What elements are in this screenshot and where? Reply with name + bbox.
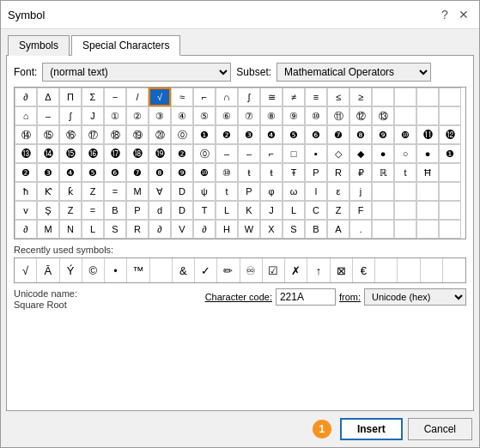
symbol-cell[interactable]: ⓯ [59, 144, 82, 163]
recent-symbol-cell[interactable]: ✏ [217, 258, 240, 282]
symbol-cell[interactable]: ⓪ [171, 125, 193, 144]
symbol-cell[interactable]: ❽ [149, 163, 171, 182]
symbol-cell[interactable]: ❻ [104, 163, 126, 182]
symbol-cell[interactable]: ⑭ [15, 125, 37, 144]
symbol-cell[interactable] [439, 220, 461, 239]
recent-symbol-cell[interactable]: © [82, 258, 105, 282]
symbol-scroll[interactable]: ∂ΔΠΣ−/√≈⌐∩∫≅≠≡≤≥⌂–∫J①②③④⑤⑥⑦⑧⑨⑩⑪⑫⑬⑭⑮⑯⑰⑱⑲⑳… [14, 87, 466, 239]
symbol-cell[interactable] [416, 220, 439, 239]
symbol-cell[interactable]: ◇ [327, 144, 349, 163]
symbol-cell[interactable]: ❹ [59, 163, 82, 182]
symbol-cell[interactable]: j [349, 182, 372, 201]
symbol-cell[interactable]: ⑤ [193, 106, 216, 125]
symbol-cell[interactable]: ❹ [260, 125, 283, 144]
from-label[interactable]: from: [339, 292, 361, 302]
symbol-cell[interactable]: φ [260, 182, 283, 201]
symbol-cell[interactable]: B [305, 220, 327, 239]
symbol-cell[interactable]: J [82, 106, 104, 125]
symbol-cell[interactable]: ⑮ [37, 125, 59, 144]
symbol-cell[interactable]: ❽ [349, 125, 372, 144]
symbol-cell[interactable]: D [171, 182, 193, 201]
symbol-cell[interactable] [372, 88, 394, 106]
symbol-cell[interactable] [439, 163, 461, 182]
symbol-cell[interactable]: ≅ [260, 88, 283, 106]
symbol-cell[interactable]: ❼ [126, 163, 149, 182]
symbol-cell[interactable]: M [37, 220, 59, 239]
symbol-cell[interactable]: L [283, 201, 305, 220]
recent-symbol-cell[interactable]: ⊠ [331, 258, 353, 282]
symbol-cell[interactable]: ❺ [82, 163, 104, 182]
symbol-cell[interactable]: − [104, 88, 126, 106]
recent-symbol-cell[interactable]: ☑ [263, 258, 285, 282]
symbol-cell[interactable]: – [37, 106, 59, 125]
symbol-cell[interactable]: M [126, 182, 149, 201]
symbol-cell[interactable]: S [283, 220, 305, 239]
symbol-cell[interactable]: t [394, 163, 416, 182]
symbol-cell[interactable]: ❾ [372, 125, 394, 144]
symbol-cell[interactable]: – [216, 144, 238, 163]
recent-symbol-cell[interactable]: ♾ [240, 258, 263, 282]
symbol-cell[interactable] [394, 88, 416, 106]
symbol-cell[interactable]: ❷ [15, 163, 37, 182]
symbol-cell[interactable]: ∂ [193, 220, 216, 239]
symbol-cell[interactable]: ❺ [283, 125, 305, 144]
symbol-cell[interactable]: Ş [37, 201, 59, 220]
symbol-cell[interactable] [416, 201, 439, 220]
symbol-cell[interactable]: ∂ [15, 88, 37, 106]
tab-special-characters[interactable]: Special Characters [71, 35, 180, 56]
recent-symbol-cell[interactable] [150, 258, 173, 282]
insert-button[interactable]: Insert [340, 418, 403, 440]
symbol-cell[interactable]: ▪ [305, 144, 327, 163]
symbol-cell[interactable]: B [104, 201, 126, 220]
char-code-input[interactable] [276, 288, 336, 306]
symbol-cell[interactable]: ∫ [238, 88, 260, 106]
symbol-cell[interactable]: ⌂ [15, 106, 37, 125]
symbol-cell[interactable]: ⌐ [260, 144, 283, 163]
symbol-cell[interactable]: ⓰ [82, 144, 104, 163]
symbol-cell[interactable]: ❷ [171, 144, 193, 163]
symbol-cell[interactable]: N [59, 220, 82, 239]
symbol-cell[interactable]: l [305, 182, 327, 201]
symbol-cell[interactable]: ⑧ [260, 106, 283, 125]
symbol-cell[interactable]: ② [126, 106, 149, 125]
symbol-cell[interactable]: ❻ [305, 125, 327, 144]
symbol-cell[interactable]: W [238, 220, 260, 239]
recent-symbol-cell-empty[interactable] [421, 258, 443, 282]
symbol-cell[interactable]: Z [327, 201, 349, 220]
symbol-cell[interactable] [416, 182, 439, 201]
symbol-cell[interactable]: ❶ [439, 144, 461, 163]
symbol-cell[interactable]: . [349, 220, 372, 239]
symbol-cell[interactable]: ≈ [171, 88, 193, 106]
subset-select[interactable]: Mathematical Operators [276, 63, 431, 82]
symbol-cell[interactable]: ⓮ [37, 144, 59, 163]
symbol-cell[interactable]: □ [283, 144, 305, 163]
symbol-cell[interactable]: K [238, 201, 260, 220]
symbol-cell[interactable]: t [216, 182, 238, 201]
recent-symbol-cell[interactable]: Ā [37, 258, 59, 282]
symbol-cell[interactable]: T [193, 201, 216, 220]
recent-symbol-cell[interactable]: ✗ [285, 258, 307, 282]
symbol-cell[interactable]: ψ [193, 182, 216, 201]
symbol-cell[interactable] [394, 182, 416, 201]
symbol-cell[interactable]: ℝ [372, 163, 394, 182]
symbol-cell[interactable]: ⓫ [416, 125, 439, 144]
symbol-cell[interactable]: ❿ [193, 163, 216, 182]
symbol-cell[interactable]: Ŧ [283, 163, 305, 182]
from-select[interactable]: Unicode (hex)Unicode (decimal)ASCII (dec… [364, 288, 466, 306]
symbol-cell[interactable]: ④ [171, 106, 193, 125]
symbol-cell[interactable]: ≥ [349, 88, 372, 106]
symbol-cell[interactable]: J [260, 201, 283, 220]
symbol-cell[interactable]: L [216, 201, 238, 220]
symbol-cell[interactable]: – [238, 144, 260, 163]
recent-symbol-cell[interactable]: √ [15, 258, 37, 282]
symbol-cell[interactable]: ❼ [327, 125, 349, 144]
symbol-cell[interactable]: P [126, 201, 149, 220]
symbol-cell[interactable]: ⑩ [216, 163, 238, 182]
symbol-cell[interactable]: ⓭ [15, 144, 37, 163]
symbol-cell[interactable]: ⑥ [216, 106, 238, 125]
symbol-cell[interactable]: ○ [394, 144, 416, 163]
close-button[interactable]: ✕ [455, 6, 472, 23]
symbol-cell[interactable] [372, 201, 394, 220]
font-select[interactable]: (normal text) [42, 63, 231, 82]
symbol-cell[interactable]: ③ [149, 106, 171, 125]
